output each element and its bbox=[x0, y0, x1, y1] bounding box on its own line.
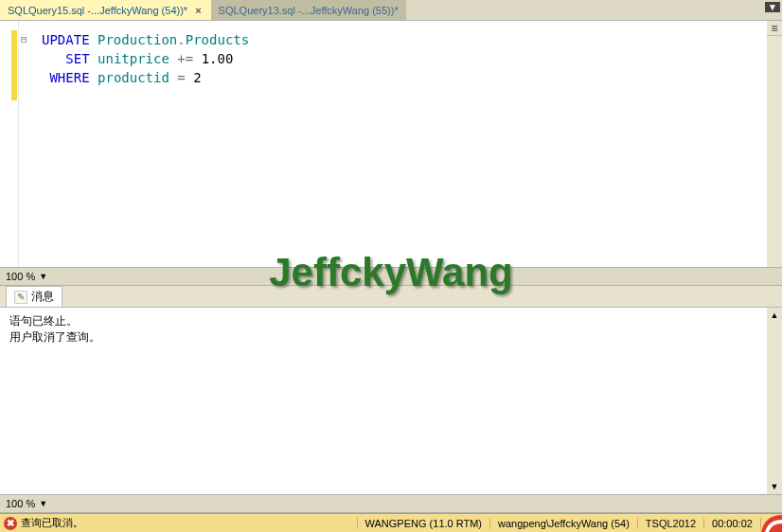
corner-logo bbox=[761, 515, 782, 532]
status-server: WANGPENG (11.0 RTM) bbox=[357, 518, 489, 529]
change-marker bbox=[11, 30, 17, 100]
zoom-value: 100 % bbox=[6, 498, 35, 509]
fold-icon[interactable]: ⊟ bbox=[21, 30, 27, 49]
zoom-dropdown-icon[interactable]: ▼ bbox=[39, 499, 47, 508]
code-line-1: UPDATE Production.Products bbox=[19, 30, 767, 49]
status-elapsed: 00:00:02 bbox=[703, 518, 760, 529]
messages-output[interactable]: 语句已终止。 用户取消了查询。 ▲ ▼ bbox=[0, 307, 782, 494]
results-zoom-bar: 100 % ▼ bbox=[0, 494, 782, 513]
messages-icon: ✎ bbox=[14, 291, 27, 304]
status-message: 查询已取消。 bbox=[21, 516, 83, 530]
code-line-3: WHERE productid = 2 bbox=[19, 68, 767, 87]
results-scrollbar[interactable]: ▲ ▼ bbox=[767, 308, 782, 494]
tab-label: 消息 bbox=[31, 289, 54, 305]
split-view-icon[interactable]: ≡ bbox=[767, 21, 782, 36]
status-right: WANGPENG (11.0 RTM) wangpeng\JeffckyWang… bbox=[357, 518, 782, 529]
message-line: 语句已终止。 bbox=[9, 313, 773, 329]
tab-label: SQLQuery13.sql -...JeffckyWang (55))* bbox=[219, 5, 399, 16]
editor-zoom-bar: 100 % ▼ bbox=[0, 267, 782, 286]
zoom-dropdown-icon[interactable]: ▼ bbox=[39, 272, 47, 281]
status-bar: ✖ 查询已取消。 WANGPENG (11.0 RTM) wangpeng\Je… bbox=[0, 513, 782, 532]
results-tabs: ✎ 消息 bbox=[0, 286, 782, 307]
status-user: wangpeng\JeffckyWang (54) bbox=[489, 518, 637, 529]
editor-right-margin: ≡ bbox=[767, 21, 782, 267]
tab-sqlquery15[interactable]: SQLQuery15.sql -...JeffckyWang (54))* × bbox=[0, 0, 211, 20]
document-tabs: SQLQuery15.sql -...JeffckyWang (54))* × … bbox=[0, 0, 782, 21]
tab-overflow-button[interactable]: ▼ bbox=[765, 2, 780, 12]
error-icon: ✖ bbox=[4, 517, 17, 530]
tab-label: SQLQuery15.sql -...JeffckyWang (54))* bbox=[8, 5, 187, 16]
status-database: TSQL2012 bbox=[637, 518, 703, 529]
tab-sqlquery13[interactable]: SQLQuery13.sql -...JeffckyWang (55))* bbox=[211, 0, 406, 20]
status-left: ✖ 查询已取消。 bbox=[0, 516, 357, 530]
results-pane: ✎ 消息 语句已终止。 用户取消了查询。 ▲ ▼ bbox=[0, 286, 782, 494]
code-line-2: SET unitprice += 1.00 bbox=[19, 49, 767, 68]
sql-editor[interactable]: ⊟ UPDATE Production.Products SET unitpri… bbox=[19, 21, 767, 267]
close-icon[interactable]: × bbox=[193, 5, 203, 16]
editor-gutter bbox=[0, 21, 19, 267]
zoom-value: 100 % bbox=[6, 271, 35, 282]
editor-pane: ⊟ UPDATE Production.Products SET unitpri… bbox=[0, 21, 782, 267]
message-line: 用户取消了查询。 bbox=[9, 329, 773, 346]
tab-messages[interactable]: ✎ 消息 bbox=[6, 286, 62, 307]
scroll-up-icon[interactable]: ▲ bbox=[767, 308, 782, 323]
scroll-down-icon[interactable]: ▼ bbox=[767, 479, 782, 494]
